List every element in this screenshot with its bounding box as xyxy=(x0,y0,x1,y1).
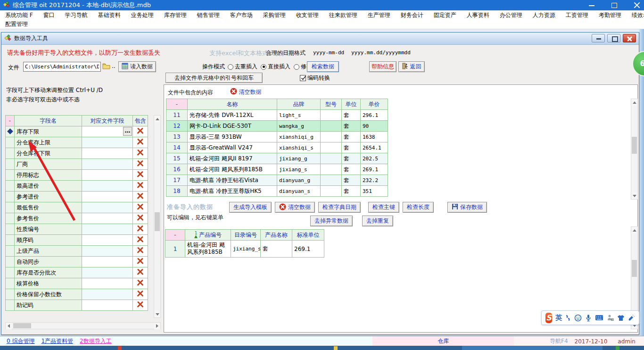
field-row[interactable]: 分仓库存下限 xyxy=(6,148,148,159)
scroll-up-icon[interactable] xyxy=(631,227,637,233)
encoding-checkbox[interactable] xyxy=(300,75,306,81)
read-data-button[interactable]: 读入数据 xyxy=(118,61,156,72)
import-cell[interactable]: 套 xyxy=(261,241,292,258)
content-cell[interactable]: 套 xyxy=(342,132,361,142)
field-name-cell[interactable]: 参考售价 xyxy=(15,213,82,224)
field-name-cell[interactable]: 厂商 xyxy=(15,159,82,170)
field-row[interactable]: 库存是否分批次 xyxy=(6,267,148,278)
menu-item-7[interactable]: 客户市场 xyxy=(225,11,258,19)
field-name-cell[interactable]: 上级产品 xyxy=(15,246,82,257)
import-cell[interactable]: 1 xyxy=(165,241,185,258)
menu-item-19[interactable]: 绩效考核 xyxy=(627,11,644,19)
field-row[interactable]: 最高进价 xyxy=(6,181,148,192)
exclude-x-icon[interactable] xyxy=(137,183,144,190)
content-cell[interactable]: 套 xyxy=(342,164,361,175)
field-mapping-cell[interactable] xyxy=(82,257,133,267)
field-mapping-cell[interactable] xyxy=(82,289,133,300)
maximize-icon[interactable] xyxy=(611,2,618,8)
content-cell[interactable]: 16 xyxy=(166,164,188,175)
menu-item-17[interactable]: 工资管理 xyxy=(561,11,594,19)
menu-item-5[interactable]: 库存管理 xyxy=(159,11,192,19)
content-cell[interactable]: 18 xyxy=(166,186,188,197)
content-row[interactable]: 13显示器-三星 931BWxianshiqi_g套1638 xyxy=(166,132,388,142)
content-cell[interactable]: 90 xyxy=(361,121,388,132)
menu-item-14[interactable]: 人事资料 xyxy=(462,11,495,19)
fields-table-hscrollbar[interactable] xyxy=(5,322,161,329)
menu-item-6[interactable]: 销售管理 xyxy=(192,11,225,19)
content-cell[interactable]: 14 xyxy=(166,142,188,153)
content-cell[interactable]: 17 xyxy=(166,175,188,186)
save-data-button[interactable]: 保存数据 xyxy=(447,202,487,213)
field-mapping-cell[interactable] xyxy=(82,246,133,257)
skin-shirt-icon[interactable] xyxy=(617,315,625,321)
field-include-cell[interactable] xyxy=(133,192,148,202)
field-name-cell[interactable]: 最高进价 xyxy=(15,181,82,192)
exclude-x-icon[interactable] xyxy=(137,205,144,212)
field-row[interactable]: 顺序码 xyxy=(6,235,148,246)
field-include-cell[interactable] xyxy=(133,267,148,278)
exclude-x-icon[interactable] xyxy=(137,303,144,309)
scroll-left-icon[interactable] xyxy=(6,323,12,329)
taskbar-icon[interactable] xyxy=(334,346,338,350)
minimize-icon[interactable] xyxy=(588,2,595,8)
field-include-cell[interactable] xyxy=(133,202,148,213)
window-link-1[interactable]: 1产品资料管 xyxy=(41,337,73,345)
exclude-x-icon[interactable] xyxy=(137,140,144,147)
field-row[interactable]: 性质编号 xyxy=(6,224,148,235)
exclude-x-icon[interactable] xyxy=(137,162,144,168)
field-mapping-cell[interactable] xyxy=(82,137,133,148)
field-mapping-cell[interactable] xyxy=(82,159,133,170)
check-length-button[interactable]: 检查长度 xyxy=(403,202,434,213)
exclude-x-icon[interactable] xyxy=(137,249,144,255)
menu-item-13[interactable]: 固定资产 xyxy=(429,11,462,19)
scroll-down-icon[interactable] xyxy=(631,192,637,199)
content-row[interactable]: 17电源-航嘉 冷静王钻石Vistadianyuan_g套232.2 xyxy=(166,175,388,186)
scrollbar-thumb[interactable] xyxy=(632,137,637,154)
strip-quotes-button[interactable]: 去掉文件单元格中的引号和回车 xyxy=(165,73,263,83)
exclude-x-icon[interactable] xyxy=(137,216,144,223)
wrench-icon[interactable] xyxy=(628,314,635,321)
ime-language-toggle[interactable]: 英 xyxy=(555,314,562,322)
keyboard-icon[interactable] xyxy=(595,315,603,321)
hscrollbar-thumb[interactable] xyxy=(13,323,31,328)
check-dict-date-button[interactable]: 检查字典日期 xyxy=(318,202,361,213)
taskbar-icon[interactable] xyxy=(616,346,619,350)
content-cell[interactable]: 套 xyxy=(342,175,361,186)
check-primary-key-button[interactable]: 检查主键 xyxy=(368,202,399,213)
field-name-cell[interactable]: 顺序码 xyxy=(15,235,82,246)
generate-template-button[interactable]: 生成导入模板 xyxy=(229,202,272,213)
content-cell[interactable]: 296.1 xyxy=(361,110,388,121)
microphone-icon[interactable] xyxy=(585,314,592,322)
field-row[interactable]: 上级产品 xyxy=(6,246,148,257)
field-name-cell[interactable]: 价格保留小数位数 xyxy=(15,289,82,300)
content-cell[interactable]: dianyuan_s xyxy=(277,186,321,197)
clear-file-data-button[interactable]: 清空数据 xyxy=(225,87,266,97)
content-cell[interactable]: 光存储-先锋 DVR-112XL xyxy=(188,110,277,121)
menu-item-row2-0[interactable]: 配置管理 xyxy=(0,20,33,28)
field-name-cell[interactable]: 性质编号 xyxy=(15,224,82,235)
menu-item-1[interactable]: 窗口 xyxy=(38,11,60,19)
menu-item-2[interactable]: 学习导航 xyxy=(60,11,93,19)
field-include-cell[interactable] xyxy=(133,257,148,267)
field-row[interactable]: 停用标志 xyxy=(6,170,148,181)
content-cell[interactable]: 232.2 xyxy=(361,175,388,186)
exclude-x-icon[interactable] xyxy=(137,238,144,244)
content-row[interactable]: 14显示器-GreatWall V247xianshiqi_s套2654.1 xyxy=(166,142,388,153)
field-include-cell[interactable] xyxy=(133,137,148,148)
scroll-right-icon[interactable] xyxy=(154,323,160,329)
remove-abnormal-button[interactable]: 去掉异常数据 xyxy=(310,216,353,226)
field-include-cell[interactable] xyxy=(133,235,148,246)
content-cell[interactable]: 15 xyxy=(166,153,188,164)
menu-item-12[interactable]: 财务会计 xyxy=(396,11,429,19)
field-row[interactable]: 价格保留小数位数 xyxy=(6,289,148,300)
field-row[interactable]: 参考进价 xyxy=(6,192,148,202)
exclude-x-icon[interactable] xyxy=(137,259,144,266)
menu-item-11[interactable]: 生产管理 xyxy=(363,11,396,19)
encoding-checkbox-row[interactable]: 编码转换 xyxy=(300,74,330,82)
radio-icon[interactable] xyxy=(261,64,266,70)
exclude-x-icon[interactable] xyxy=(137,151,144,158)
content-cell[interactable]: light_s xyxy=(277,110,321,121)
field-mapping-cell[interactable] xyxy=(82,202,133,213)
content-cell[interactable]: 11 xyxy=(166,110,188,121)
content-row[interactable]: 18电源-航嘉 冷静王至尊版HK5dianyuan_s套351 xyxy=(166,186,388,197)
